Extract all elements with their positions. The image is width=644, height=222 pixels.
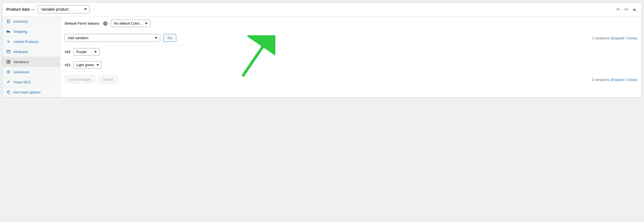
expand-link[interactable]: Expand — [612, 77, 624, 81]
variations-icon — [6, 60, 11, 64]
sidebar-item-shipping[interactable]: Shipping — [2, 27, 60, 37]
svg-point-1 — [7, 32, 8, 33]
sidebar-item-label: Attributes — [13, 50, 28, 54]
plug-icon — [6, 90, 11, 94]
sidebar-item-advanced[interactable]: Advanced — [2, 67, 60, 77]
svg-rect-5 — [7, 60, 8, 62]
variation-action-row: Add variation Go 2 variations (Expand / … — [60, 31, 642, 45]
panel-body: Inventory Shipping Linked Products Attri… — [2, 16, 642, 97]
sidebar-item-label: Variations — [13, 60, 29, 64]
panel-header: Product data — Variable product — [2, 2, 642, 16]
sidebar-item-yoast-seo[interactable]: Yoast SEO — [2, 77, 60, 87]
go-button[interactable]: Go — [163, 34, 176, 42]
svg-rect-0 — [7, 31, 9, 32]
move-up-icon[interactable] — [615, 7, 621, 12]
sidebar-item-label: Yoast SEO — [13, 80, 31, 84]
inventory-icon — [6, 19, 11, 24]
move-down-icon[interactable] — [624, 7, 629, 12]
header-divider — [93, 6, 94, 12]
variation-row[interactable]: #22 Purple — [60, 45, 642, 59]
variation-row[interactable]: #21 Light green — [60, 59, 642, 72]
variation-id: #21 — [65, 63, 71, 67]
sidebar-item-variations[interactable]: Variations — [2, 57, 60, 67]
sidebar-item-label: Get more options — [13, 90, 41, 94]
main-content: Default Form Values: ? No default Color…… — [60, 16, 642, 97]
svg-rect-8 — [9, 62, 10, 63]
close-link[interactable]: Close — [627, 77, 636, 81]
header-controls — [615, 7, 637, 12]
sidebar-item-label: Inventory — [13, 19, 28, 24]
variation-attribute-select[interactable]: Purple — [73, 48, 100, 56]
variations-summary-bottom: 2 variations (Expand / Close) — [592, 77, 637, 81]
link-icon — [6, 39, 11, 44]
gear-icon — [6, 70, 11, 74]
default-form-values-row: Default Form Values: ? No default Color… — [60, 16, 642, 31]
variations-count: 2 variations — [592, 77, 610, 81]
footer-row: Save changes Cancel 2 variations (Expand… — [60, 72, 642, 87]
variations-summary-top: 2 variations (Expand / Close) — [592, 36, 637, 40]
toggle-panel-icon[interactable] — [632, 7, 637, 12]
variation-action-select[interactable]: Add variation — [65, 34, 160, 42]
sidebar-item-inventory[interactable]: Inventory — [2, 16, 60, 27]
svg-rect-6 — [9, 60, 10, 62]
default-values-label: Default Form Values: — [65, 21, 100, 25]
title-dash: — — [31, 7, 35, 11]
shipping-icon — [6, 29, 11, 34]
cancel-button[interactable]: Cancel — [98, 75, 117, 83]
svg-point-2 — [9, 32, 10, 33]
help-icon[interactable]: ? — [103, 21, 108, 26]
product-type-select[interactable]: Variable product — [38, 5, 90, 13]
svg-point-9 — [8, 71, 9, 73]
svg-rect-3 — [7, 50, 10, 53]
sidebar-item-label: Shipping — [13, 30, 27, 34]
save-changes-button[interactable]: Save changes — [65, 75, 95, 83]
variation-attribute-select[interactable]: Light green — [73, 61, 102, 69]
sidebar-item-label: Advanced — [13, 70, 29, 74]
variation-id: #22 — [65, 50, 71, 54]
default-color-select[interactable]: No default Color… — [111, 20, 150, 27]
panel-title: Product data — [6, 7, 30, 11]
sidebar-item-attributes[interactable]: Attributes — [2, 47, 60, 57]
sidebar-item-get-more-options[interactable]: Get more options — [2, 87, 60, 97]
sidebar-item-linked-products[interactable]: Linked Products — [2, 37, 60, 47]
expand-link[interactable]: Expand — [612, 36, 624, 40]
variations-count: 2 variations — [592, 36, 610, 40]
svg-rect-7 — [7, 62, 8, 63]
product-data-panel: Product data — Variable product — [2, 2, 642, 98]
close-link[interactable]: Close — [627, 36, 636, 40]
wrench-icon — [6, 80, 11, 84]
sidebar-item-label: Linked Products — [13, 40, 39, 44]
sidebar: Inventory Shipping Linked Products Attri… — [2, 16, 60, 97]
attributes-icon — [6, 49, 11, 54]
